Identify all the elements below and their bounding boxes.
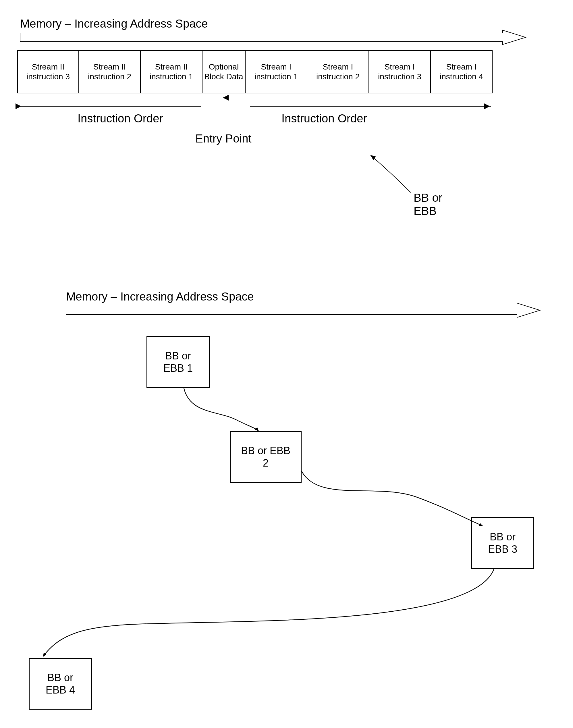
- instruction-order-arrow-left: [0, 0, 573, 728]
- bottom-title: Memory – Increasing Address Space: [66, 290, 254, 303]
- bottom-memory-arrow: [0, 0, 573, 728]
- instruction-order-left-label: Instruction Order: [77, 112, 163, 125]
- bb-ebb-curved-arrow: [0, 0, 573, 728]
- block-bb-ebb-1: BB or EBB 1: [147, 336, 210, 388]
- cell-optional-block-data: Optional Block Data: [203, 50, 246, 93]
- cell-stream1-3: Stream I instruction 3: [369, 50, 431, 93]
- block-bb-ebb-2: BB or EBB 2: [230, 431, 302, 483]
- cell-stream2-2: Stream II instruction 2: [79, 50, 141, 93]
- cell-stream2-3: Stream II instruction 3: [17, 50, 79, 93]
- diagram-page: Memory – Increasing Address Space Stream…: [0, 0, 573, 728]
- instruction-row: Stream II instruction 3 Stream II instru…: [17, 50, 492, 93]
- block-bb-ebb-4: BB or EBB 4: [29, 658, 92, 710]
- instruction-order-right-label: Instruction Order: [281, 112, 367, 125]
- entry-point-label: Entry Point: [195, 132, 252, 145]
- top-memory-arrow: [0, 0, 573, 728]
- entry-point-arrow: [0, 0, 573, 728]
- cell-stream1-4: Stream I instruction 4: [431, 50, 492, 93]
- instruction-order-arrow-right: [0, 0, 573, 728]
- top-title: Memory – Increasing Address Space: [20, 17, 208, 30]
- flow-arrows: [0, 0, 573, 728]
- cell-stream1-2: Stream I instruction 2: [307, 50, 369, 93]
- cell-stream1-1: Stream I instruction 1: [246, 50, 307, 93]
- block-bb-ebb-3: BB or EBB 3: [471, 517, 534, 569]
- bb-ebb-top-label: BB or EBB: [414, 191, 442, 217]
- cell-stream2-1: Stream II instruction 1: [141, 50, 203, 93]
